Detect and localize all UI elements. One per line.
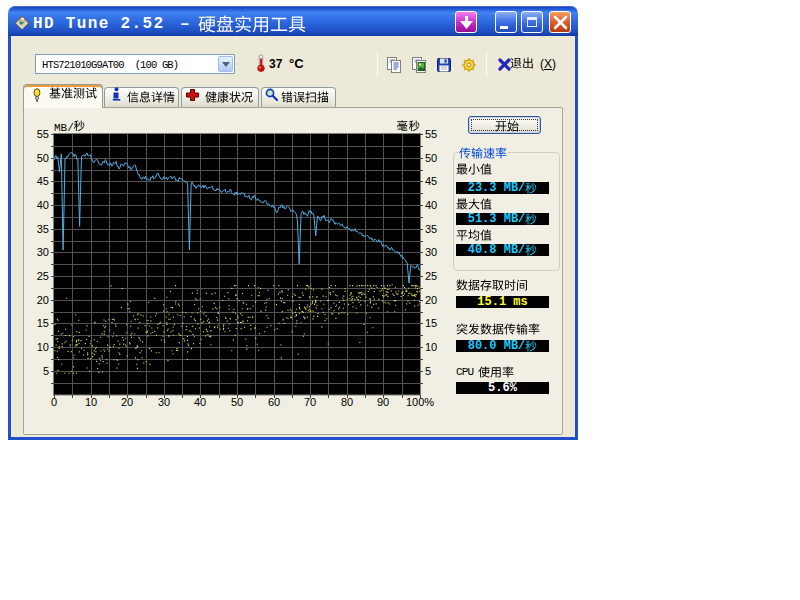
svg-text:50: 50 [37,152,49,164]
svg-text:50: 50 [425,152,437,164]
svg-text:15: 15 [425,317,437,329]
svg-text:45: 45 [425,175,437,187]
svg-text:30: 30 [158,396,170,408]
svg-text:55: 55 [37,128,49,140]
svg-text:10: 10 [85,396,97,408]
svg-text:5: 5 [425,365,431,377]
svg-text:10: 10 [37,341,49,353]
svg-text:25: 25 [37,270,49,282]
svg-text:60: 60 [268,396,280,408]
svg-text:50: 50 [231,396,243,408]
svg-text:20: 20 [37,294,49,306]
svg-text:25: 25 [425,270,437,282]
svg-text:30: 30 [37,246,49,258]
svg-text:0: 0 [51,396,57,408]
svg-text:20: 20 [425,294,437,306]
svg-text:20: 20 [121,396,133,408]
svg-text:10: 10 [425,341,437,353]
svg-text:MB/: MB/ [54,122,74,134]
svg-text:90: 90 [377,396,389,408]
svg-text:15: 15 [37,317,49,329]
svg-text:100%: 100% [406,396,434,408]
svg-text:35: 35 [37,223,49,235]
svg-text:70: 70 [304,396,316,408]
svg-text:55: 55 [425,128,437,140]
svg-text:5: 5 [43,365,49,377]
svg-text:30: 30 [425,246,437,258]
svg-text:35: 35 [425,223,437,235]
svg-text:40: 40 [425,199,437,211]
svg-text:40: 40 [37,199,49,211]
svg-text:80: 80 [341,396,353,408]
svg-text:40: 40 [194,396,206,408]
svg-text:45: 45 [37,175,49,187]
